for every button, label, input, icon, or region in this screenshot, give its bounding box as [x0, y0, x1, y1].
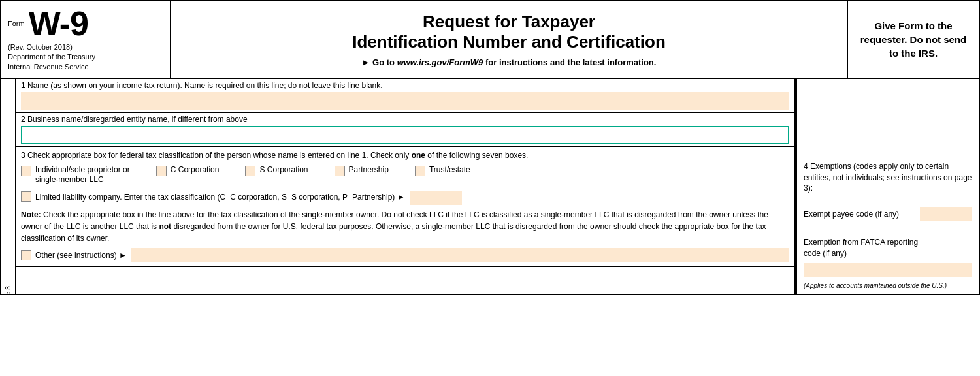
checkbox-partnership-label: Partnership	[349, 165, 389, 176]
fatca-note: (Applies to accounts maintained outside …	[804, 281, 972, 290]
checkbox-individual: Individual/sole proprietor or single-mem…	[21, 165, 130, 185]
checkbox-s-corp: S Corporation	[245, 165, 308, 176]
checkbox-trust-label: Trust/estate	[429, 165, 470, 176]
line1-label: 1 Name (as shown on your income tax retu…	[21, 81, 789, 90]
exempt-payee-input[interactable]	[920, 207, 972, 221]
give-form-text: Give Form to the requester. Do not send …	[856, 19, 971, 60]
line1-section: 1 Name (as shown on your income tax retu…	[16, 79, 794, 113]
checkbox-s-corp-box[interactable]	[245, 166, 255, 176]
checkbox-partnership: Partnership	[335, 165, 389, 176]
w9-title: W-9	[29, 7, 88, 40]
checkbox-c-corp: C Corporation	[156, 165, 220, 176]
form-word: Form	[8, 20, 25, 27]
line2-input[interactable]	[21, 126, 789, 144]
note-text: Note: Check the appropriate box in the l…	[21, 209, 789, 244]
side-label-text: Print or type. Specific Instructions on …	[5, 283, 12, 294]
other-input[interactable]	[131, 248, 789, 262]
exempt-payee-label: Exempt payee code (if any)	[804, 210, 915, 219]
llc-classification-input[interactable]	[410, 191, 462, 205]
line3-header: 3 Check appropriate box for federal tax …	[21, 151, 789, 160]
checkbox-llc-box[interactable]	[21, 191, 31, 202]
checkbox-individual-label: Individual/sole proprietor or single-mem…	[35, 165, 130, 185]
line2-label: 2 Business name/disregarded entity name,…	[21, 115, 789, 124]
side-label-container: Print or type. Specific Instructions on …	[1, 79, 16, 294]
exemptions-title: 4 Exemptions (codes apply only to certai…	[804, 161, 972, 194]
exempt-payee-row: Exempt payee code (if any)	[804, 207, 972, 221]
right-line3: 4 Exemptions (codes apply only to certai…	[797, 157, 979, 294]
fatca-section: Exemption from FATCA reporting code (if …	[804, 237, 972, 290]
main-title: Request for Taxpayer Identification Numb…	[352, 12, 666, 52]
line3-label-part1: 3 Check appropriate box for federal tax …	[21, 151, 412, 160]
checkbox-partnership-box[interactable]	[335, 166, 345, 176]
main-content: 1 Name (as shown on your income tax retu…	[16, 79, 796, 294]
dept-line1: Department of the Treasury	[8, 52, 163, 62]
checkbox-s-corp-label: S Corporation	[259, 165, 308, 176]
irs-link-suffix: for instructions and the latest informat…	[485, 57, 656, 67]
form-w9: Form W-9 (Rev. October 2018) Department …	[0, 0, 980, 295]
checkbox-c-corp-label: C Corporation	[171, 165, 220, 176]
body-section: Print or type. Specific Instructions on …	[1, 79, 979, 294]
fatca-input[interactable]	[804, 263, 972, 277]
header-center: Request for Taxpayer Identification Numb…	[171, 1, 848, 78]
header: Form W-9 (Rev. October 2018) Department …	[1, 1, 979, 79]
rev-date: (Rev. October 2018)	[8, 43, 163, 51]
header-left: Form W-9 (Rev. October 2018) Department …	[1, 1, 171, 78]
main-title-line2: Identification Number and Certification	[352, 32, 666, 52]
line3-label-part2: of the following seven boxes.	[425, 151, 528, 160]
right-section: 4 Exemptions (codes apply only to certai…	[796, 79, 979, 294]
irs-url: www.irs.gov/FormW9	[397, 57, 483, 67]
fatca-label: Exemption from FATCA reporting code (if …	[804, 237, 972, 259]
dept-info: Department of the Treasury Internal Reve…	[8, 52, 163, 72]
llc-text: Limited liability company. Enter the tax…	[35, 191, 462, 205]
checkbox-c-corp-box[interactable]	[156, 166, 167, 176]
line3-section: 3 Check appropriate box for federal tax …	[16, 147, 794, 267]
form-label-row: Form W-9	[8, 7, 163, 40]
checkboxes-row: Individual/sole proprietor or single-mem…	[21, 165, 789, 185]
checkbox-trust-box[interactable]	[415, 166, 425, 176]
dept-line2: Internal Revenue Service	[8, 62, 163, 72]
other-row: Other (see instructions) ►	[21, 248, 789, 262]
line2-section: 2 Business name/disregarded entity name,…	[16, 113, 794, 147]
checkbox-other-box[interactable]	[21, 250, 31, 260]
main-title-line1: Request for Taxpayer	[352, 12, 666, 32]
irs-link-prefix: ► Go to	[362, 57, 395, 67]
checkbox-trust: Trust/estate	[415, 165, 470, 176]
right-line12-spacer	[797, 79, 979, 157]
exemptions-content: 4 Exemptions (codes apply only to certai…	[804, 161, 972, 290]
header-right: Give Form to the requester. Do not send …	[848, 1, 979, 78]
checkbox-individual-box[interactable]	[21, 166, 31, 176]
llc-row: Limited liability company. Enter the tax…	[21, 191, 789, 205]
line3-label-bold: one	[412, 151, 425, 160]
irs-link: ► Go to www.irs.gov/FormW9 for instructi…	[362, 57, 657, 67]
other-label: Other (see instructions) ►	[35, 251, 127, 260]
line1-input[interactable]	[21, 92, 789, 110]
